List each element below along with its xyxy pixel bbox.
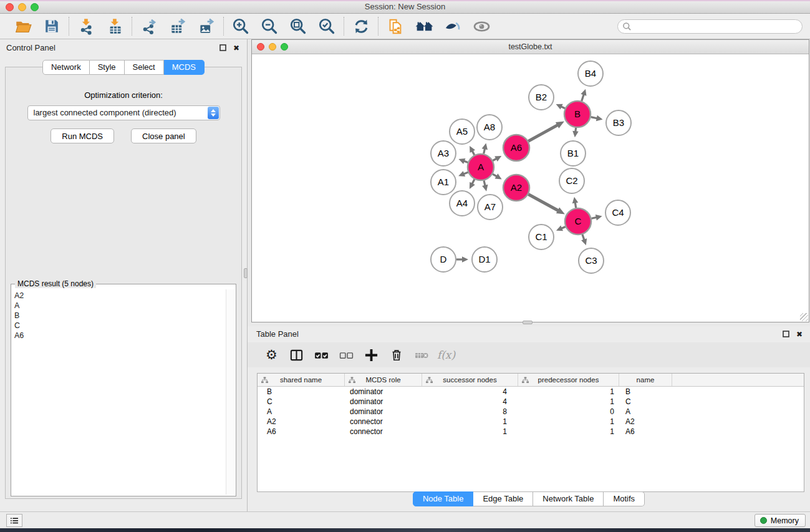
- close-window-button[interactable]: [6, 3, 14, 11]
- network-canvas[interactable]: B4B2BB3A8A5A6B1A3AC2A1A2A4A7C4CC1C3DD1: [252, 54, 809, 322]
- network-close-button[interactable]: [257, 43, 264, 51]
- show-eye-icon[interactable]: [472, 17, 491, 36]
- table-settings-gear-icon[interactable]: ⚙: [261, 346, 282, 364]
- close-table-panel-icon[interactable]: ✖: [796, 331, 803, 337]
- graph-node-B3[interactable]: B3: [606, 110, 631, 135]
- show-column-icon[interactable]: [286, 346, 307, 364]
- svg-text:A1: A1: [438, 177, 449, 187]
- table-panel-title: Table Panel: [256, 329, 299, 339]
- graph-node-B4[interactable]: B4: [578, 61, 603, 86]
- table-tab-motifs[interactable]: Motifs: [604, 491, 645, 506]
- float-table-panel-icon[interactable]: [783, 331, 789, 337]
- criterion-dropdown[interactable]: largest connected component (directed): [27, 105, 220, 120]
- select-all-columns-icon[interactable]: [311, 346, 332, 364]
- graph-node-C2[interactable]: C2: [559, 168, 584, 193]
- table-row[interactable]: A6connector11A6: [258, 427, 804, 437]
- graph-node-A[interactable]: A: [468, 154, 494, 180]
- task-history-button[interactable]: [6, 514, 22, 527]
- result-item[interactable]: B: [13, 311, 224, 321]
- maximize-window-button[interactable]: [31, 3, 39, 11]
- tab-select[interactable]: Select: [125, 60, 164, 75]
- table-row[interactable]: Bdominator41B: [258, 387, 804, 397]
- export-network-icon[interactable]: [140, 17, 158, 36]
- browser-home-icon[interactable]: [415, 17, 433, 36]
- tab-style[interactable]: Style: [90, 60, 125, 75]
- save-session-icon[interactable]: [42, 17, 61, 36]
- resize-grip[interactable]: [800, 313, 808, 321]
- export-image-icon[interactable]: [197, 17, 216, 36]
- column-header-MCDS-role[interactable]: MCDS role: [345, 374, 422, 386]
- minimize-window-button[interactable]: [18, 3, 26, 11]
- tab-network[interactable]: Network: [42, 60, 90, 75]
- table-tab-network-table[interactable]: Network Table: [533, 491, 604, 506]
- table-cell: dominator: [345, 387, 422, 396]
- column-header-shared-name[interactable]: shared name: [258, 374, 345, 386]
- column-header-name[interactable]: name: [619, 374, 672, 386]
- graph-node-B[interactable]: B: [564, 101, 591, 127]
- graph-edge-A2-C[interactable]: [528, 195, 559, 211]
- run-mcds-button[interactable]: Run MCDS: [51, 128, 114, 143]
- hide-panel-eye-icon[interactable]: [443, 17, 462, 36]
- graph-node-C4[interactable]: C4: [605, 200, 630, 225]
- graph-node-C[interactable]: C: [565, 208, 591, 235]
- tab-mcds[interactable]: MCDS: [164, 60, 205, 75]
- mcds-result-list[interactable]: A2ABCA6: [13, 291, 224, 495]
- graph-node-A1[interactable]: A1: [431, 170, 456, 195]
- zoom-selected-icon[interactable]: [317, 17, 336, 36]
- search-icon: [622, 22, 632, 31]
- zoom-out-icon[interactable]: [260, 17, 279, 36]
- close-panel-icon[interactable]: ✖: [233, 45, 239, 51]
- table-cell: 0: [518, 407, 619, 416]
- import-table-icon[interactable]: [105, 17, 124, 36]
- graph-node-B2[interactable]: B2: [529, 85, 554, 110]
- result-item[interactable]: A2: [13, 291, 224, 301]
- graph-node-A2[interactable]: A2: [503, 175, 529, 201]
- table-row[interactable]: Cdominator41C: [258, 397, 804, 407]
- export-table-icon[interactable]: [168, 17, 187, 36]
- table-tab-edge-table[interactable]: Edge Table: [473, 491, 533, 506]
- memory-button[interactable]: Memory: [755, 514, 806, 527]
- network-maximize-button[interactable]: [281, 43, 288, 51]
- network-view-window: testGlobe.txt B4B2BB3A8A5A6B1A3AC2A1A2A4…: [251, 39, 809, 322]
- delete-column-icon[interactable]: [386, 346, 407, 364]
- graph-node-C1[interactable]: C1: [529, 225, 554, 249]
- result-item[interactable]: A6: [13, 331, 224, 341]
- graph-node-D[interactable]: D: [431, 247, 456, 272]
- network-minimize-button[interactable]: [269, 43, 276, 51]
- graph-edge-A6-B[interactable]: [528, 125, 558, 141]
- graph-node-A8[interactable]: A8: [477, 115, 502, 140]
- edge-arrowhead: [572, 131, 579, 137]
- search-input[interactable]: [617, 19, 803, 34]
- table-row[interactable]: Adominator80A: [258, 407, 804, 417]
- zoom-in-icon[interactable]: [231, 17, 250, 36]
- column-header-predecessor-nodes[interactable]: predecessor nodes: [518, 374, 619, 386]
- graph-node-A7[interactable]: A7: [478, 195, 503, 220]
- network-window-titlebar[interactable]: testGlobe.txt: [252, 40, 809, 54]
- clone-network-icon[interactable]: [386, 17, 405, 36]
- horizontal-divider-handle[interactable]: [523, 321, 533, 324]
- result-item[interactable]: A: [13, 301, 224, 311]
- graph-node-B1[interactable]: B1: [561, 141, 586, 166]
- vertical-divider-handle[interactable]: [244, 268, 248, 278]
- column-header-successor-nodes[interactable]: successor nodes: [422, 374, 518, 386]
- result-item[interactable]: C: [13, 321, 224, 331]
- graph-node-A5[interactable]: A5: [450, 119, 475, 144]
- close-panel-button[interactable]: Close panel: [131, 128, 196, 143]
- refresh-icon[interactable]: [352, 17, 370, 36]
- graph-node-A4[interactable]: A4: [450, 191, 475, 216]
- graph-node-D1[interactable]: D1: [472, 247, 497, 272]
- graph-node-C3[interactable]: C3: [579, 248, 604, 273]
- float-panel-icon[interactable]: [219, 44, 226, 51]
- table-tab-node-table[interactable]: Node Table: [413, 491, 474, 506]
- zoom-fit-icon[interactable]: [289, 17, 307, 36]
- graph-node-A3[interactable]: A3: [431, 141, 456, 166]
- table-row[interactable]: A2connector11A2: [258, 417, 804, 427]
- open-session-icon[interactable]: [14, 17, 32, 36]
- table-cell: 1: [422, 427, 518, 436]
- graph-node-A6[interactable]: A6: [503, 135, 529, 161]
- node-table[interactable]: shared nameMCDS rolesuccessor nodesprede…: [257, 373, 804, 492]
- import-network-icon[interactable]: [77, 17, 95, 36]
- create-column-icon[interactable]: [361, 346, 382, 364]
- unselect-all-columns-icon[interactable]: [336, 346, 357, 364]
- result-scrollbar[interactable]: [226, 289, 234, 495]
